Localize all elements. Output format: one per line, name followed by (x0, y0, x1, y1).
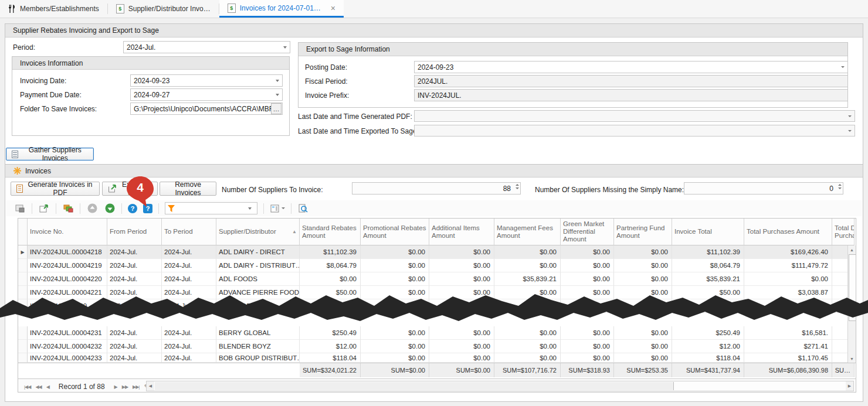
grid-cell[interactable]: BLENDER BOYZ (216, 340, 300, 353)
grid-cell[interactable]: $0.00 (429, 259, 494, 272)
grid-cell[interactable]: $0.00 (614, 245, 672, 259)
grid-cell[interactable]: $35,839.21 (494, 272, 561, 286)
column-header-supplier-distributor[interactable]: Supplier/Distributor▲ (216, 219, 300, 245)
column-header-from-period[interactable]: From Period (107, 219, 162, 245)
grid-cell[interactable]: $169,426.40 (744, 245, 832, 259)
grid-cell[interactable]: 2024-Jul. (107, 326, 162, 340)
grid-cell[interactable]: 2024-Jul. (162, 272, 216, 286)
grid-cell[interactable]: $0.00 (561, 326, 614, 340)
column-header-invoice-no[interactable]: Invoice No. (28, 219, 107, 245)
scroll-up-button[interactable]: ▲ (848, 245, 856, 254)
grid-cell[interactable]: INV-2024JUL.00004231 (28, 326, 107, 340)
tab-members-establishments[interactable]: Members/Establishments (0, 0, 107, 18)
filter-combobox[interactable] (165, 202, 257, 214)
grid-cell[interactable]: ADL DAIRY - DISTRIBUT… (216, 259, 300, 272)
column-header-green-market-differential-amount[interactable]: Green Market Differential Amount (561, 219, 614, 245)
grid-cell[interactable]: 2024-Jul. (107, 272, 162, 286)
invoice-prefix-field[interactable]: INV-2024JUL. (414, 89, 848, 101)
grid-cell[interactable]: $0.00 (429, 245, 494, 259)
grid-cell[interactable]: 2024-Jul. (162, 340, 216, 353)
tab-invoices-2024-07[interactable]: $ Invoices for 2024-07-01… × (219, 0, 344, 18)
grid-row[interactable]: INV-2024JUL.000042332024-Jul.2024-Jul.BO… (18, 353, 856, 363)
column-header-total-purchases-amount[interactable]: Total Purchases Amount (744, 219, 832, 245)
suppliers-to-invoice-spinner[interactable]: 88 (352, 182, 521, 195)
grid-cell[interactable]: INV-2024JUL.00004219 (28, 259, 107, 272)
grid-cell[interactable]: 2024-Jul… (162, 299, 216, 313)
dropdown-arrow-icon[interactable] (245, 203, 255, 214)
dropdown-arrow-icon[interactable] (838, 62, 847, 73)
suppliers-missing-spinner[interactable]: 0 (684, 182, 843, 195)
grid-cell[interactable]: $0.00 (361, 245, 429, 259)
payment-due-date-select[interactable]: 2024-09-27 (130, 88, 283, 101)
grid-cell[interactable]: $0.00 (561, 340, 614, 353)
grid-cell[interactable]: 2024-… (107, 299, 162, 313)
grid-cell[interactable] (744, 299, 832, 313)
collapse-panel-icon[interactable] (14, 203, 26, 214)
grid-cell[interactable]: $250.49 (672, 326, 744, 340)
grid-cell[interactable]: $12.00 (300, 340, 361, 353)
grid-cell[interactable]: $118.04 (672, 353, 744, 363)
grid-cell[interactable]: $0.00 (494, 326, 561, 340)
nav-next-button[interactable]: ▶ (112, 384, 120, 390)
grid-row[interactable]: INV-2024JUL.000042312024-Jul.2024-Jul.BE… (18, 326, 856, 340)
column-header-total-d-purcha[interactable]: Total D Purcha (832, 219, 855, 245)
grid-cell[interactable]: $0.00 (429, 272, 494, 286)
open-new-window-icon[interactable] (38, 203, 50, 214)
grid-cell[interactable]: $0.00 (614, 259, 672, 272)
gather-suppliers-invoices-button[interactable]: Gather Suppliers Invoices (6, 148, 94, 161)
grid-cell[interactable]: $250.49 (300, 326, 361, 340)
column-header-management-fees-amount[interactable]: Management Fees Amount (494, 219, 561, 245)
folder-to-save-field[interactable]: G:\Projects\Unipco\Documents\ACCRA\MBR D… (130, 103, 283, 115)
grid-cell[interactable]: $0.00 (429, 326, 494, 340)
grid-cell[interactable]: 2024-Jul. (107, 286, 162, 299)
grid-cell[interactable]: $0.00 (494, 340, 561, 353)
grid-cell[interactable]: $0.00 (494, 286, 561, 299)
nav-last-button[interactable]: ▶▶| (130, 384, 141, 390)
invoicing-date-select[interactable]: 2024-09-23 (130, 74, 283, 87)
scroll-left-button[interactable]: ◀ (147, 381, 154, 391)
grid-row[interactable]: INV-2024JUL.000042192024-Jul.2024-Jul.AD… (18, 259, 856, 272)
grid-cell[interactable]: $0.00 (361, 326, 429, 340)
column-header-partnering-fund-amount[interactable]: Partnering Fund Amount (614, 219, 672, 245)
close-tab-icon[interactable]: × (331, 4, 335, 13)
nav-prev-page-button[interactable]: ◀◀ (33, 384, 43, 390)
grid-cell[interactable]: $0.00 (429, 353, 494, 363)
grid-cell[interactable]: INV-2024JUL.0000… (28, 299, 107, 313)
grid-cell[interactable]: 2024-Jul. (162, 286, 216, 299)
grid-cell[interactable]: $0.00 (614, 353, 672, 363)
grid-cell[interactable]: $0.00 (429, 299, 494, 313)
generate-invoices-pdf-button[interactable]: Generate Invoices in PDF (11, 182, 100, 196)
grid-cell[interactable]: $0.00 (361, 353, 429, 363)
grid-cell[interactable]: $0.00 (361, 340, 429, 353)
grid-cell[interactable]: $0.00 (429, 286, 494, 299)
grid-cell[interactable]: $0.00 (300, 272, 361, 286)
print-preview-icon[interactable] (297, 203, 309, 214)
dropdown-arrow-icon[interactable] (273, 89, 282, 100)
grid-cell[interactable]: $0.00 (361, 272, 429, 286)
grid-cell[interactable]: 2024-Jul. (162, 245, 216, 259)
grid-cell[interactable]: BERRY GLOBAL (216, 326, 300, 340)
layout-customize-icon[interactable] (270, 203, 285, 214)
grid-row[interactable]: INV-2024JUL.000042202024-Jul.2024-Jul.AD… (18, 272, 856, 286)
grid-cell[interactable]: $0.00 (494, 245, 561, 259)
grid-cell[interactable]: $8,064.79 (300, 259, 361, 272)
period-select[interactable]: 2024-Jul. (123, 41, 290, 53)
grid-horizontal-scrollbar[interactable]: ◀ ▶ (146, 381, 854, 391)
posting-date-select[interactable]: 2024-09-23 (414, 61, 848, 73)
scroll-down-button[interactable]: ▼ (848, 354, 856, 363)
grid-cell[interactable]: $0.00 (561, 272, 614, 286)
grid-cell[interactable]: $0.00 (494, 259, 561, 272)
move-down-icon[interactable] (104, 203, 116, 214)
nav-first-button[interactable]: |◀◀ (22, 384, 33, 390)
grid-cell[interactable] (494, 299, 561, 313)
grid-cell[interactable]: $11,102.39 (300, 245, 361, 259)
grid-cell[interactable]: $11,102.39 (672, 245, 744, 259)
grid-cell[interactable] (614, 299, 672, 313)
grid-cell[interactable]: 2024-Jul. (107, 259, 162, 272)
tab-supplier-distributor-invoices[interactable]: $ Supplier/Distributor Invo… (108, 0, 219, 18)
grid-cell[interactable]: ADVANCE PIERRE FOOD… (216, 286, 300, 299)
grid-row[interactable]: INV-2024JUL.000042212024-Jul.2024-Jul.AD… (18, 286, 856, 299)
grid-cell[interactable]: $0.00 (614, 326, 672, 340)
grid-cell[interactable]: $118.04 (300, 353, 361, 363)
grid-cell[interactable]: …E FOODS IM… (216, 299, 300, 313)
